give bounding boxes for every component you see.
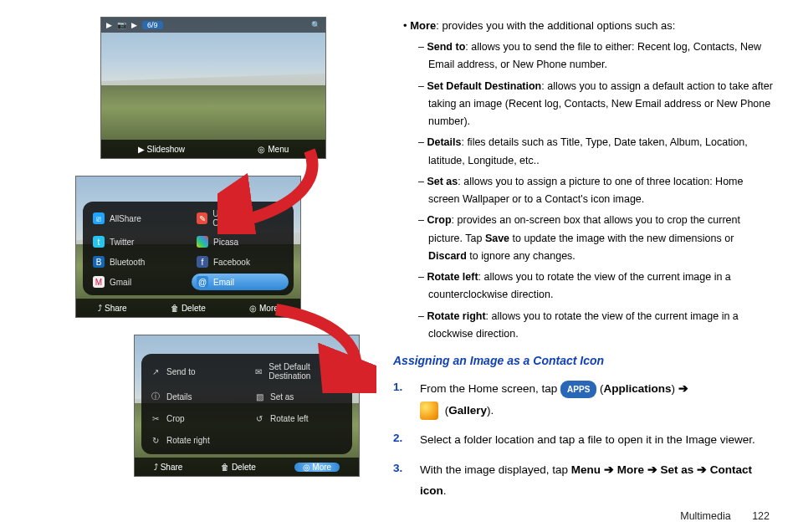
delete-button[interactable]: 🗑 Delete	[171, 304, 206, 313]
section-heading: Assigning an Image as a Contact Icon	[393, 351, 773, 371]
arrow-icon: ➔	[697, 463, 707, 476]
crop-item: – Crop: provides an on-screen box that a…	[418, 212, 773, 265]
share-icon: ⤴	[98, 304, 102, 313]
image-counter: 6/9	[142, 21, 163, 29]
set-as-item: – Set as: allows you to assign a picture…	[418, 173, 773, 209]
more-details[interactable]: ⓘDetails	[146, 387, 243, 406]
rotate-left-item: – Rotate left: allows you to rotate the …	[418, 269, 773, 304]
info-icon: ⓘ	[150, 391, 161, 402]
more-button[interactable]: ◎ More	[249, 304, 279, 313]
arrow-icon: ➔	[604, 463, 614, 476]
breadcrumb-sep-icon: ▶	[131, 21, 137, 29]
share-button[interactable]: ⤴ Share	[154, 463, 182, 472]
share-picasa[interactable]: Picasa	[192, 233, 289, 250]
more-icon: ◎	[303, 463, 310, 472]
share-allshare[interactable]: ⎚AllShare	[88, 207, 185, 230]
arrow-icon: ➔	[647, 463, 657, 476]
image-viewer-bottombar: ▶ Slideshow ◎ Menu	[101, 140, 325, 158]
screenshot-image-viewer: ▶ 📷 ▶ 6/9 🔍 ▶ Slideshow ◎ Menu	[100, 17, 326, 159]
search-icon[interactable]: 🔍	[311, 21, 320, 29]
share-bluetooth[interactable]: BBluetooth	[88, 253, 185, 270]
apps-icon: APPS	[560, 381, 596, 398]
more-send-to[interactable]: ↗Send to	[146, 359, 243, 384]
play-icon: ▶	[138, 145, 145, 154]
share-email[interactable]: @Email	[192, 274, 289, 290]
screenshot-share-menu: ⎚AllShare ✎Universal Composer tTwitter P…	[75, 176, 301, 318]
step-1: 1. From the Home screen, tap APPS (Appli…	[393, 378, 773, 421]
step-3: 3. With the image displayed, tap Menu ➔ …	[393, 459, 773, 502]
breadcrumb-sep-icon: ▶	[106, 21, 112, 29]
twitter-icon: t	[93, 236, 105, 248]
share-facebook[interactable]: fFacebook	[192, 253, 289, 270]
share-menu-panel: ⎚AllShare ✎Universal Composer tTwitter P…	[83, 202, 294, 295]
screenshots-column: ▶ 📷 ▶ 6/9 🔍 ▶ Slideshow ◎ Menu	[25, 17, 376, 524]
more-set-default-destination[interactable]: ✉Set Default Destination	[250, 359, 347, 384]
email-icon: @	[197, 276, 208, 288]
share-gmail[interactable]: MGmail	[88, 274, 185, 290]
menu-icon: ◎	[258, 145, 265, 154]
allshare-icon: ⎚	[93, 212, 105, 224]
footer-section: Multimedia	[680, 510, 730, 522]
share-button[interactable]: ⤴ Share	[98, 304, 126, 313]
facebook-icon: f	[197, 256, 208, 268]
set-default-destination-item: – Set Default Destination: allows you to…	[418, 78, 773, 131]
details-item: – Details: files details such as Title, …	[418, 134, 773, 170]
more-bullet: • More: provides you with the additional…	[403, 17, 773, 35]
picture-icon: ▧	[253, 391, 265, 402]
menu-button[interactable]: ◎ Menu	[258, 145, 289, 154]
slideshow-button[interactable]: ▶ Slideshow	[138, 145, 185, 154]
more-menu-panel: ↗Send to ✉Set Default Destination ⓘDetai…	[141, 354, 352, 454]
image-viewer-topbar: ▶ 📷 ▶ 6/9 🔍	[101, 18, 325, 33]
page-footer: Multimedia 122	[680, 510, 770, 522]
camera-icon: 📷	[117, 21, 126, 29]
more-set-as[interactable]: ▧Set as	[250, 387, 347, 406]
universal-composer-icon: ✎	[197, 212, 207, 224]
crop-icon: ✂	[150, 412, 161, 424]
gallery-icon	[420, 402, 438, 420]
more-rotate-right[interactable]: ↻Rotate right	[146, 431, 243, 449]
more-button-highlighted[interactable]: ◎ More	[294, 463, 340, 472]
more-rotate-left[interactable]: ↺Rotate left	[250, 409, 347, 427]
picasa-icon	[197, 236, 208, 248]
more-crop[interactable]: ✂Crop	[146, 409, 243, 427]
arrow-icon: ➔	[678, 382, 688, 395]
gmail-icon: M	[93, 276, 105, 288]
screenshot-more-menu: ↗Send to ✉Set Default Destination ⓘDetai…	[134, 335, 360, 477]
more-icon: ◎	[249, 304, 257, 313]
step-2: 2. Select a folder location and tap a fi…	[393, 429, 773, 451]
trash-icon: 🗑	[221, 463, 229, 472]
rotate-left-icon: ↺	[253, 412, 265, 424]
send-to-icon: ↗	[150, 366, 161, 377]
rotate-right-item: – Rotate right: allows you to rotate the…	[418, 308, 773, 344]
rotate-right-icon: ↻	[150, 434, 161, 446]
share-twitter[interactable]: tTwitter	[88, 233, 185, 250]
envelope-icon: ✉	[253, 366, 263, 377]
documentation-text: • More: provides you with the additional…	[393, 17, 773, 524]
share-universal-composer[interactable]: ✎Universal Composer	[192, 207, 289, 230]
share-icon: ⤴	[154, 463, 158, 472]
page-number: 122	[752, 510, 770, 522]
more-menu-bottombar: ⤴ Share 🗑 Delete ◎ More	[135, 458, 359, 476]
trash-icon: 🗑	[171, 304, 179, 313]
bluetooth-icon: B	[93, 256, 105, 268]
share-menu-bottombar: ⤴ Share 🗑 Delete ◎ More	[76, 299, 300, 317]
delete-button[interactable]: 🗑 Delete	[221, 463, 256, 472]
send-to-item: – Send to: allows you to send the file t…	[418, 38, 773, 74]
